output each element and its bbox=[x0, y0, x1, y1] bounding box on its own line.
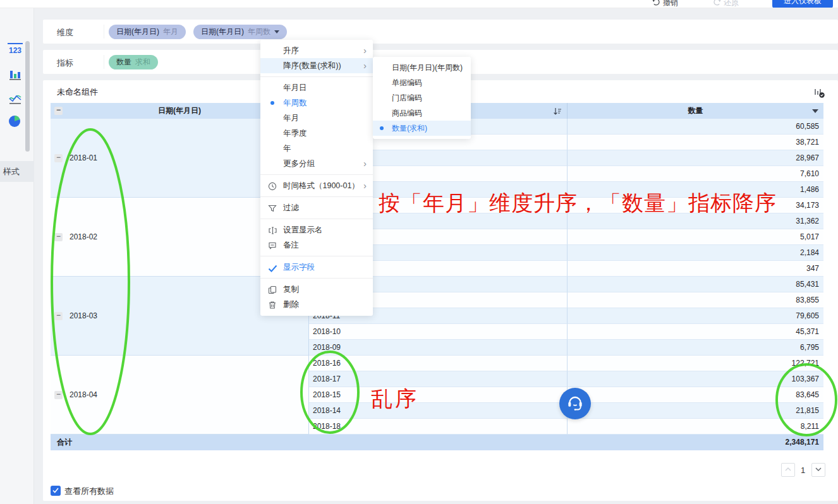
view-all-data-label: 查看所有数据 bbox=[64, 486, 114, 496]
collapse-icon[interactable]: − bbox=[54, 233, 63, 241]
cell-quantity[interactable]: 45,371 bbox=[568, 324, 823, 340]
menu-item-more-grouping[interactable]: 更多分组› bbox=[260, 156, 373, 171]
collapse-icon[interactable]: − bbox=[54, 391, 63, 399]
cell-quantity[interactable]: 31,362 bbox=[568, 213, 823, 229]
component-title: 未命名组件 bbox=[57, 87, 98, 98]
menu-divider bbox=[260, 76, 373, 77]
page-up-button[interactable] bbox=[781, 463, 795, 477]
menu-item-doc-code[interactable]: 单据编码 bbox=[373, 75, 471, 90]
top-bar: 撤销 还原 进入仪表板 bbox=[0, 0, 838, 8]
menu-item-filter[interactable]: 过滤 bbox=[260, 200, 373, 215]
undo-button[interactable]: 撤销 bbox=[652, 0, 678, 8]
menu-item-show-fields[interactable]: 显示字段 bbox=[260, 260, 373, 275]
menu-item-product-code[interactable]: 商品编码 bbox=[373, 105, 471, 121]
rail-scrollbar[interactable] bbox=[25, 41, 30, 152]
cell-quantity[interactable]: 103,367 bbox=[568, 371, 823, 387]
menu-item-time-format[interactable]: 时间格式（1900-01）› bbox=[260, 178, 373, 193]
enter-dashboard-button[interactable]: 进入仪表板 bbox=[772, 0, 833, 8]
dimension-chip-year-month[interactable]: 日期(年月日)年月 bbox=[109, 25, 186, 39]
chart-type-rail: 123 样式 bbox=[0, 8, 34, 504]
menu-item-label: 复制 bbox=[283, 285, 299, 294]
menu-item-store-code[interactable]: 门店编码 bbox=[373, 90, 471, 105]
customer-service-button[interactable] bbox=[559, 388, 591, 419]
headset-icon bbox=[565, 393, 585, 414]
cell-week[interactable]: 2018-15 bbox=[309, 387, 568, 403]
cell-quantity[interactable]: 347 bbox=[568, 261, 823, 277]
group-cell-month[interactable]: −2018-04 bbox=[51, 356, 309, 435]
page-down-button[interactable] bbox=[811, 463, 825, 477]
column-header-quantity[interactable]: 数量 bbox=[568, 103, 823, 119]
menu-divider bbox=[260, 174, 373, 175]
menu-item-year[interactable]: 年 bbox=[260, 141, 373, 156]
chevron-right-icon: › bbox=[363, 43, 367, 57]
cell-week[interactable]: 2018-18 bbox=[309, 419, 568, 435]
menu-divider bbox=[260, 278, 373, 279]
table-total-row: 合计 2,348,171 bbox=[51, 435, 823, 450]
group-month-label: 2018-03 bbox=[70, 308, 97, 324]
cell-quantity[interactable]: 34,173 bbox=[568, 198, 823, 213]
collapse-icon[interactable]: − bbox=[54, 107, 63, 115]
cell-week[interactable]: 2018-17 bbox=[309, 371, 568, 387]
cell-quantity[interactable]: 79,605 bbox=[568, 308, 823, 324]
metric-chip-quantity[interactable]: 数量求和 bbox=[109, 55, 158, 69]
cell-week[interactable]: 2018-14 bbox=[309, 403, 568, 419]
menu-item-desc[interactable]: 降序(数量(求和))› bbox=[260, 58, 373, 73]
copy-icon bbox=[268, 284, 278, 294]
filter-caret-icon[interactable] bbox=[812, 109, 818, 113]
menu-item-label: 过滤 bbox=[283, 203, 299, 212]
cell-quantity[interactable]: 85,431 bbox=[568, 277, 823, 292]
cell-quantity[interactable]: 83,645 bbox=[568, 387, 823, 403]
cell-quantity[interactable]: 38,721 bbox=[568, 135, 823, 150]
menu-item-asc[interactable]: 升序› bbox=[260, 43, 373, 58]
divider bbox=[104, 55, 104, 69]
column-header-label: 日期(年月日) bbox=[158, 106, 201, 115]
cell-quantity[interactable]: 21,815 bbox=[568, 403, 823, 419]
menu-item-label: 门店编码 bbox=[392, 93, 422, 102]
dimension-chip-year-week[interactable]: 日期(年月日)年周数 bbox=[193, 25, 287, 39]
menu-item-copy[interactable]: 复制 bbox=[260, 282, 373, 297]
chevron-down-icon[interactable] bbox=[274, 30, 279, 33]
cell-quantity[interactable]: 7,610 bbox=[568, 166, 823, 182]
menu-divider bbox=[260, 196, 373, 197]
column-header-label: 数量 bbox=[688, 106, 703, 115]
cell-week[interactable]: 2018-16 bbox=[309, 356, 568, 371]
cell-week[interactable]: 2018-09 bbox=[309, 340, 568, 356]
cell-quantity[interactable]: 5,017 bbox=[568, 229, 823, 245]
menu-item-year-quarter[interactable]: 年季度 bbox=[260, 126, 373, 141]
menu-item-year-week[interactable]: 年周数 bbox=[260, 95, 373, 111]
chip-field-label: 日期(年月日) bbox=[201, 27, 244, 36]
component-card: 未命名组件 −日期(年月日) 数量 60,58538,72128,9677,61… bbox=[43, 80, 838, 501]
menu-item-delete[interactable]: 删除 bbox=[260, 297, 373, 312]
cell-quantity[interactable]: 60,585 bbox=[568, 119, 823, 135]
cell-week[interactable]: 2018-10 bbox=[309, 324, 568, 340]
view-all-data-checkbox[interactable] bbox=[51, 486, 61, 496]
rename-icon bbox=[268, 225, 278, 235]
collapse-icon[interactable]: − bbox=[54, 312, 63, 320]
table-chart-icon[interactable]: 123 bbox=[8, 43, 23, 57]
cell-quantity[interactable]: 83,855 bbox=[568, 292, 823, 308]
menu-item-qty-sum[interactable]: 数量(求和) bbox=[373, 121, 471, 136]
tab-style[interactable]: 样式 bbox=[0, 161, 34, 182]
component-settings-icon[interactable] bbox=[813, 86, 825, 99]
cell-quantity[interactable]: 122,721 bbox=[568, 356, 823, 371]
menu-item-label: 删除 bbox=[283, 300, 299, 309]
cell-quantity[interactable]: 6,795 bbox=[568, 340, 823, 356]
cell-quantity[interactable]: 28,967 bbox=[568, 150, 823, 166]
menu-item-year-month[interactable]: 年月 bbox=[260, 111, 373, 126]
divider bbox=[104, 25, 104, 39]
line-chart-icon[interactable] bbox=[8, 90, 23, 104]
bar-chart-icon[interactable] bbox=[8, 66, 23, 80]
redo-button[interactable]: 还原 bbox=[713, 0, 739, 8]
selected-dot-icon bbox=[380, 126, 384, 130]
cell-quantity[interactable]: 8,211 bbox=[568, 419, 823, 435]
menu-item-year-month-day[interactable]: 年月日 bbox=[260, 80, 373, 95]
menu-item-label: 日期(年月日)(年周数) bbox=[392, 63, 463, 72]
collapse-icon[interactable]: − bbox=[54, 154, 63, 162]
menu-item-set-display-name[interactable]: 设置显示名 bbox=[260, 222, 373, 237]
cell-quantity[interactable]: 1,486 bbox=[568, 182, 823, 198]
chip-grouping-label: 年周数 bbox=[248, 27, 270, 36]
cell-quantity[interactable]: 2,184 bbox=[568, 245, 823, 261]
menu-item-note[interactable]: 备注 bbox=[260, 237, 373, 253]
pie-chart-icon[interactable] bbox=[8, 114, 23, 128]
menu-item-date-year-week[interactable]: 日期(年月日)(年周数) bbox=[373, 60, 471, 75]
